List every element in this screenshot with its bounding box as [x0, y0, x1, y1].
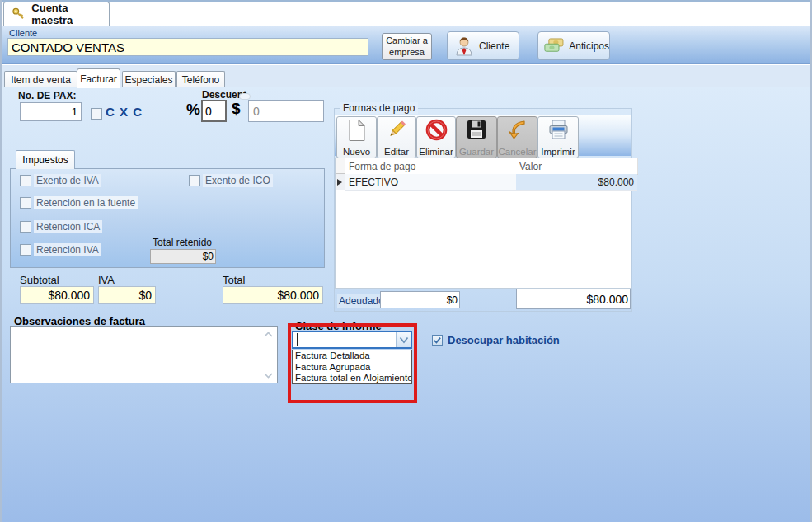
clase-de-informe-combobox[interactable]	[292, 331, 412, 349]
iva-label: IVA	[98, 274, 115, 286]
money-icon	[544, 37, 564, 54]
adeudado-field[interactable]	[380, 291, 460, 308]
column-header-forma-de-pago[interactable]: Forma de pago	[345, 158, 523, 175]
tab-label: Item de venta	[11, 74, 71, 86]
formas-de-pago-title: Formas de pago	[340, 102, 418, 114]
table-row-valor-cell[interactable]: $80.000	[516, 174, 637, 191]
nuevo-button[interactable]: Nuevo	[336, 116, 377, 158]
tab-especiales[interactable]: Especiales	[122, 71, 176, 87]
option-factura-agrupada[interactable]: Factura Agrupada	[293, 362, 411, 374]
cxc-checkbox[interactable]	[91, 108, 102, 120]
retencion-fuente-label: Retención en la fuente	[34, 196, 138, 209]
eliminar-button[interactable]: Eliminar	[416, 116, 456, 158]
total-retenido-field	[150, 249, 216, 264]
combobox-dropdown-button[interactable]	[396, 332, 411, 347]
dollar-symbol: $	[232, 100, 241, 118]
cambiar-a-empresa-label: Cambiar a empresa	[383, 35, 431, 59]
cliente-button[interactable]: Cliente	[447, 31, 519, 60]
pencil-icon	[386, 119, 407, 141]
cuenta-maestra-window: Cuenta maestra Cliente Cambiar a empresa…	[0, 0, 812, 522]
retencion-ica-checkbox[interactable]	[20, 221, 31, 233]
iva-field	[98, 286, 156, 304]
undo-arrow-icon	[506, 119, 528, 141]
tab-label: Impuestos	[22, 154, 68, 166]
table-row-forma-cell[interactable]: EFECTIVO	[345, 174, 523, 191]
anticipos-button-label: Anticipos	[569, 40, 609, 52]
key-icon	[12, 7, 26, 21]
tab-label: Facturar	[80, 73, 117, 85]
window-top-border	[2, 0, 812, 2]
desocupar-habitacion-label: Desocupar habitación	[448, 334, 560, 346]
tab-cuenta-maestra[interactable]: Cuenta maestra	[3, 2, 110, 26]
tab-label: Teléfono	[182, 74, 219, 86]
tab-impuestos[interactable]: Impuestos	[16, 150, 75, 169]
total-field	[223, 286, 323, 304]
exento-ico-label: Exento de ICO	[203, 174, 273, 187]
eliminar-label: Eliminar	[419, 147, 453, 157]
exento-iva-checkbox[interactable]	[20, 175, 31, 186]
guardar-label: Guardar	[459, 147, 494, 157]
retencion-iva-checkbox[interactable]	[20, 244, 31, 256]
pago-total-field[interactable]	[516, 289, 631, 309]
tab-facturar[interactable]: Facturar	[77, 68, 120, 88]
adeudado-label: Adeudado	[337, 294, 386, 308]
total-retenido-label: Total retenido	[153, 237, 212, 248]
imprimir-button[interactable]: Imprimir	[537, 116, 579, 158]
pax-label: No. DE PAX:	[18, 90, 76, 101]
new-page-icon	[346, 119, 368, 142]
imprimir-label: Imprimir	[541, 147, 575, 157]
desocupar-habitacion-checkbox[interactable]	[432, 335, 443, 346]
guardar-button: Guardar	[456, 116, 497, 158]
text-cursor	[297, 333, 298, 346]
person-icon	[455, 35, 473, 56]
check-icon	[433, 336, 442, 345]
descuento-valor-input[interactable]	[248, 100, 324, 122]
nuevo-label: Nuevo	[343, 147, 370, 157]
chevron-down-icon	[399, 336, 409, 344]
option-factura-total-alojamiento[interactable]: Factura total en Alojamiento	[293, 373, 411, 384]
retencion-iva-label: Retención IVA	[34, 243, 101, 256]
exento-ico-checkbox[interactable]	[189, 175, 200, 186]
editar-label: Editar	[384, 147, 409, 157]
printer-icon	[547, 119, 570, 141]
option-factura-detallada[interactable]: Factura Detallada	[293, 350, 411, 362]
descuento-percent-input[interactable]	[201, 100, 227, 122]
exento-iva-label: Exento de IVA	[34, 174, 101, 187]
scroll-down-icon[interactable]	[264, 371, 273, 379]
forbidden-icon	[425, 119, 448, 141]
percent-symbol: %	[186, 101, 200, 119]
retencion-ica-label: Retención ICA	[34, 220, 102, 233]
cancelar-button: Cancelar	[497, 116, 537, 158]
total-label: Total	[223, 274, 245, 286]
floppy-icon	[466, 119, 487, 140]
tab-telefono[interactable]: Teléfono	[176, 71, 225, 87]
cliente-input[interactable]	[7, 38, 368, 56]
cliente-button-label: Cliente	[479, 40, 509, 52]
cambiar-a-empresa-button[interactable]: Cambiar a empresa	[382, 33, 432, 60]
subtotal-label: Subtotal	[20, 274, 59, 286]
column-header-valor[interactable]: Valor	[516, 158, 638, 175]
observaciones-textarea[interactable]	[10, 326, 278, 383]
tab-item-de-venta[interactable]: Item de venta	[4, 71, 77, 87]
clase-de-informe-options-list: Factura Detallada Factura Agrupada Factu…	[292, 350, 412, 384]
editar-button[interactable]: Editar	[377, 116, 416, 158]
descuento-pill-icon	[239, 93, 251, 100]
retencion-fuente-checkbox[interactable]	[20, 197, 31, 209]
row-selector-arrow-icon	[337, 179, 342, 186]
tab-label: Especiales	[124, 74, 172, 86]
subtotal-field	[20, 286, 94, 304]
scroll-up-icon[interactable]	[264, 331, 273, 339]
window-tab-title: Cuenta maestra	[31, 2, 109, 26]
grid-selector-header	[336, 158, 345, 174]
cancelar-label: Cancelar	[498, 147, 536, 157]
cliente-label: Cliente	[9, 28, 37, 38]
anticipos-button[interactable]: Anticipos	[537, 31, 610, 60]
cxc-label: C X C	[106, 105, 143, 119]
pax-input[interactable]	[20, 102, 82, 121]
